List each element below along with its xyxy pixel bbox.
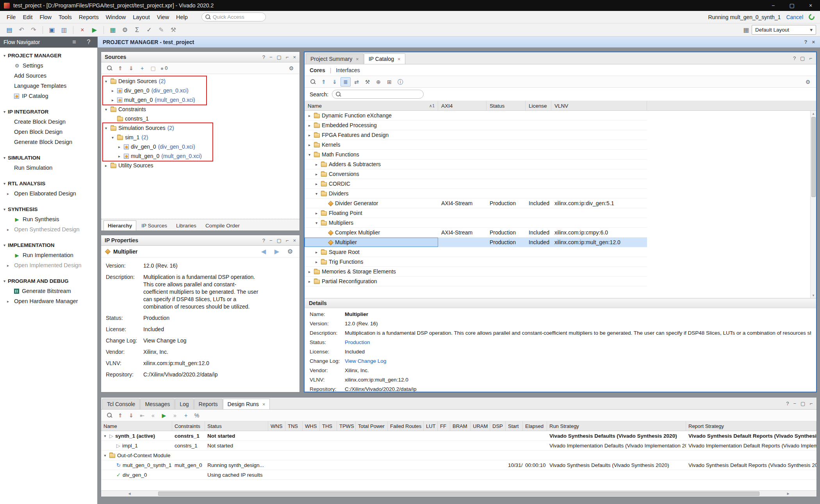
sum-button[interactable]: Σ [132,25,143,35]
runs-column-start[interactable]: Start [506,421,523,431]
column-header-axi4[interactable]: AXI4 [438,101,487,110]
subtab-interfaces[interactable]: Interfaces [336,67,360,73]
navigator-help-button[interactable]: ? [83,37,94,47]
catalog-row-kernels[interactable]: ▸Kernels [305,140,647,150]
float-button[interactable]: ⌐ [809,55,812,61]
settings-button[interactable]: ⚙ [803,77,813,87]
tree-expander-icon[interactable]: ▾ [103,107,109,112]
tree-expander-icon[interactable]: ▾ [307,153,312,157]
minimize-button[interactable]: − [269,54,273,60]
tree-expander-icon[interactable]: ▸ [110,98,115,102]
float-button[interactable]: ⌐ [286,238,289,243]
catalog-row-adders-subtracters[interactable]: ▸Adders & Subtracters [305,160,647,169]
sources-view-tab-libraries[interactable]: Libraries [172,221,200,231]
flow-section-header-rtl-analysis[interactable]: ▾RTL ANALYSIS [0,179,97,188]
help-button[interactable]: ? [786,401,789,406]
menu-view[interactable]: View [153,12,173,22]
tree-expander-icon[interactable]: ▸ [314,182,319,186]
close-tab-icon[interactable]: × [356,56,359,62]
tree-expander-icon[interactable]: ▾ [314,221,319,225]
runs-column-report-strategy[interactable]: Report Strategy [686,421,816,431]
expand-all-button[interactable]: ⇓ [126,64,136,73]
flow-section-header-implementation[interactable]: ▾IMPLEMENTATION [0,240,97,250]
source-item-div-gen-0[interactable]: ▸div_gen_0 (div_gen_0.xci) [101,86,299,95]
flownav-create-block-design[interactable]: Create Block Design [0,117,97,127]
run-row-synth-1-active[interactable]: ▾▷synth_1 (active)constrs_1Not startedVi… [101,431,816,441]
stop-button[interactable]: × [77,25,88,35]
maximize-button[interactable]: ▢ [277,54,282,60]
catalog-row-multipliers[interactable]: ▾Multipliers [305,218,647,228]
runs-column-elapsed[interactable]: Elapsed [523,421,547,431]
next-button[interactable]: ▶ [271,247,282,257]
runs-column-bram[interactable]: BRAM [450,421,471,431]
menu-reports[interactable]: Reports [75,12,102,22]
source-item-constrs-1[interactable]: constrs_1 [101,114,299,123]
tree-expander-icon[interactable]: ▸ [314,162,319,167]
messages-filter-button[interactable]: ●0 [159,64,169,73]
field-value[interactable]: Production [345,339,370,345]
catalog-row-dynamic-function-exchange[interactable]: ▸Dynamic Function eXchange [305,111,647,121]
customize-ip-button[interactable]: ⚒ [362,77,373,87]
scroll-down-icon[interactable]: ▼ [811,293,816,298]
column-header-vlnv[interactable]: VLNV [551,101,647,110]
column-header-status[interactable]: Status [487,101,526,110]
flownav-open-elaborated-design[interactable]: ▸Open Elaborated Design [0,188,97,199]
flownav-generate-block-design[interactable]: Generate Block Design [0,137,97,147]
console-tab-messages[interactable]: Messages [140,399,175,409]
runs-column-whs[interactable]: WHS [303,421,320,431]
console-tab-tcl-console[interactable]: Tcl Console [102,399,140,409]
help-button[interactable]: ? [793,55,796,61]
run-selected-button[interactable]: ▶ [159,411,169,420]
minimize-button[interactable]: − [764,0,783,11]
maximize-button[interactable]: ▢ [800,55,805,61]
minimize-button[interactable]: − [793,401,797,406]
runs-column-uram[interactable]: URAM [471,421,490,431]
hierarchy-toggle-button[interactable]: ≣ [340,77,351,87]
source-item-mult-gen-0[interactable]: ▸mult_gen_0 (mult_gen_0.xci) [101,151,299,161]
close-tab-icon[interactable]: × [398,56,401,62]
tree-expander-icon[interactable]: ▸ [117,154,122,158]
run-button[interactable]: ▶ [89,25,100,35]
copy-button[interactable]: ▣ [46,25,57,35]
source-item-div-gen-0[interactable]: ▸div_gen_0 (div_gen_0.xci) [101,142,299,151]
step-forward-button[interactable]: » [170,411,180,420]
runs-column-ths[interactable]: THS [320,421,337,431]
flownav-settings[interactable]: ⚙Settings [0,60,97,71]
menu-file[interactable]: File [3,12,19,22]
previous-button[interactable]: ◀ [258,247,269,257]
runs-column-lut[interactable]: LUT [424,421,438,431]
run-row-out-of-context-module-runs[interactable]: ▾Out-of-Context Module Runs [101,451,816,460]
search-button[interactable] [104,64,114,73]
horizontal-scrollbar[interactable]: ◀ ▶ [101,490,816,497]
maximize-button[interactable]: ▢ [277,238,282,243]
tree-expander-icon[interactable]: ▸ [307,123,312,128]
settings-button[interactable]: ⚙ [119,25,130,35]
info-button[interactable]: ⓘ [395,77,405,87]
close-button[interactable]: × [801,0,820,11]
flow-section-header-synthesis[interactable]: ▾SYNTHESIS [0,204,97,214]
help-button[interactable]: ? [262,238,265,243]
add-sources-button[interactable]: + [137,64,147,73]
runs-column-ff[interactable]: FF [438,421,450,431]
tree-expander-icon[interactable]: ▾ [103,434,107,438]
tree-expander-icon[interactable]: ▸ [314,250,319,254]
flownav-run-implementation[interactable]: ▶Run Implementation [0,250,97,260]
catalog-row-multiplier[interactable]: MultiplierProductionIncludedxilinx.com:i… [305,238,647,247]
float-button[interactable]: ⌐ [286,54,289,60]
flownav-run-synthesis[interactable]: ▶Run Synthesis [0,214,97,224]
tree-expander-icon[interactable]: ▸ [307,143,312,147]
tree-expander-icon[interactable]: ▸ [103,163,109,168]
expand-all-button[interactable]: ⇓ [330,77,340,87]
source-item-constraints[interactable]: ▾Constraints [101,105,299,114]
go-to-start-button[interactable]: ⇤ [137,411,147,420]
vertical-scrollbar[interactable]: ▲ ▼ [810,111,816,298]
close-button[interactable]: × [293,54,296,60]
menu-window[interactable]: Window [102,12,130,22]
flow-section-header-ip-integrator[interactable]: ▾IP INTEGRATOR [0,107,97,117]
help-button[interactable]: ? [804,39,807,45]
source-item-mult-gen-0[interactable]: ▸mult_gen_0 (mult_gen_0.xci) [101,95,299,105]
close-tab-icon[interactable]: × [262,401,266,407]
scroll-to-selected-button[interactable]: ▢ [148,64,158,73]
menu-edit[interactable]: Edit [19,12,36,22]
cancel-link[interactable]: Cancel [786,14,803,20]
